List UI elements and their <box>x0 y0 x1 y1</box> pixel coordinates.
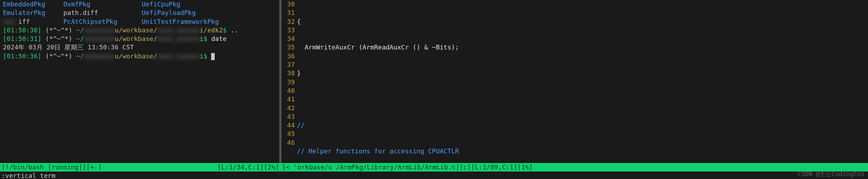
ls-item: EmbeddedPkg <box>3 0 63 9</box>
prompt-path: u <box>115 35 119 42</box>
line-number: 38 <box>281 69 295 78</box>
command: .. <box>230 26 238 34</box>
ls-item: EmulatorPkg <box>3 9 63 17</box>
prompt-dollar: $ <box>223 26 227 34</box>
ls-item: PcAtChipsetPkg <box>63 17 142 26</box>
terminal-pane[interactable]: EmbeddedPkg OvmfPkg UefiCpuPkg EmulatorP… <box>0 0 279 163</box>
command-text: :vertical term <box>1 172 56 179</box>
code-line: } <box>297 69 868 78</box>
prompt-path: /workbase/ <box>119 26 157 34</box>
line-number: 35 <box>281 43 295 52</box>
status-bar: [!/bin/bash [running]][+-] [L:1/34,C:1][… <box>0 163 868 172</box>
line-number: 40 <box>281 86 295 95</box>
ls-item: path.diff <box>63 9 142 17</box>
blurred-text: xxxxxxxx <box>84 26 115 34</box>
ls-item: xxx iff <box>3 17 63 26</box>
line-number: 42 <box>281 104 295 112</box>
prompt-time: [01:50:36] <box>3 52 41 60</box>
line-number: 37 <box>281 60 295 69</box>
line-number: 33 <box>281 26 295 35</box>
ls-item: UefiCpuPkg <box>142 0 276 9</box>
prompt-face: (*^~^*) <box>45 35 72 42</box>
prompt-path: u <box>115 26 119 34</box>
code-line: { <box>297 17 868 26</box>
code-line: // <box>297 121 868 130</box>
blurred-text: xxxxxxxx <box>84 52 115 60</box>
prompt-line: [01:50:31] (*^~^*) ~/xxxxxxxxu/workbase/… <box>3 35 276 43</box>
prompt-path: i/edk2 <box>200 26 223 34</box>
prompt-face: (*^~^*) <box>45 52 72 60</box>
ls-item: UefiPayloadPkg <box>142 9 276 17</box>
line-number: 39 <box>281 78 295 86</box>
command-line[interactable]: :vertical term <box>0 172 868 179</box>
prompt-tilde: ~/ <box>76 52 84 60</box>
prompt-tilde: ~/ <box>76 26 84 34</box>
line-number: 43 <box>281 112 295 121</box>
prompt-line: [01:50:30] (*^~^*) ~/xxxxxxxxu/workbase/… <box>3 26 276 35</box>
blurred-text: xxxx_xxxxxx <box>157 52 200 60</box>
prompt-dollar: $ <box>204 35 208 42</box>
line-number: 31 <box>281 9 295 17</box>
status-left: [!/bin/bash [running]][+-] [L:1/34,C:1][… <box>0 163 281 172</box>
blurred-text: xxxxxxxx <box>84 35 115 42</box>
line-number: 44 <box>281 121 295 130</box>
line-number: 41 <box>281 95 295 104</box>
line-number: 36 <box>281 52 295 60</box>
prompt-path: /workbase/ <box>119 35 157 42</box>
blurred-text: xxxx_xxxxxx <box>157 26 200 34</box>
prompt-face: (*^~^*) <box>45 26 72 34</box>
ls-item: UnitTestFrameworkPkg <box>142 17 276 26</box>
status-buffer-name: [!/bin/bash [running]][+-] <box>1 163 102 172</box>
prompt-tilde: ~/ <box>76 35 84 42</box>
ls-row: xxx iff PcAtChipsetPkg UnitTestFramework… <box>3 17 276 26</box>
code-line <box>297 95 868 104</box>
code-line: // Helper functions for accessing CPUACT… <box>297 147 868 156</box>
status-filename: [< 'orkbase/u /ArmPkg/Library/ArmLib/Arm… <box>282 163 533 172</box>
line-number: 46 <box>281 138 295 147</box>
ls-item: OvmfPkg <box>63 0 142 9</box>
line-number: 32 <box>281 17 295 26</box>
line-number: 34 <box>281 35 295 43</box>
prompt-line: [01:50:36] (*^~^*) ~/xxxxxxxxu/workbase/… <box>3 52 276 60</box>
editor-pane[interactable]: 30 31 32 33 34 35 36 37 38 39 40 41 42 4… <box>281 0 868 163</box>
ls-row: EmbeddedPkg OvmfPkg UefiCpuPkg <box>3 0 276 9</box>
prompt-path: /workbase/ <box>119 52 157 60</box>
ls-row: EmulatorPkg path.diff UefiPayloadPkg <box>3 9 276 17</box>
terminal-cursor[interactable] <box>211 53 215 60</box>
blurred-text: xxxx_xxxxxx <box>157 35 200 42</box>
line-number-gutter: 30 31 32 33 34 35 36 37 38 39 40 41 42 4… <box>281 0 297 163</box>
prompt-time: [01:50:31] <box>3 35 41 42</box>
status-right: [< 'orkbase/u /ArmPkg/Library/ArmLib/Arm… <box>281 163 868 172</box>
prompt-dollar: $ <box>204 52 208 60</box>
prompt-time: [01:50:30] <box>3 26 41 34</box>
line-number: 30 <box>281 0 295 9</box>
status-position: [L:1/34,C:1][2%] <box>218 163 279 172</box>
code-area[interactable]: { ArmWriteAuxCr (ArmReadAuxCr () & ~Bits… <box>297 0 868 163</box>
code-line: ArmWriteAuxCr (ArmReadAuxCr () & ~Bits); <box>297 43 868 52</box>
prompt-path: i <box>200 35 204 42</box>
date-output: 2024年 03月 20日 星期三 13:50:36 CST <box>3 43 276 52</box>
prompt-path: u <box>115 52 119 60</box>
command: date <box>211 35 226 42</box>
prompt-path: i <box>200 52 204 60</box>
line-number: 45 <box>281 130 295 138</box>
watermark: CSDN @主公CodingCos <box>798 170 864 178</box>
